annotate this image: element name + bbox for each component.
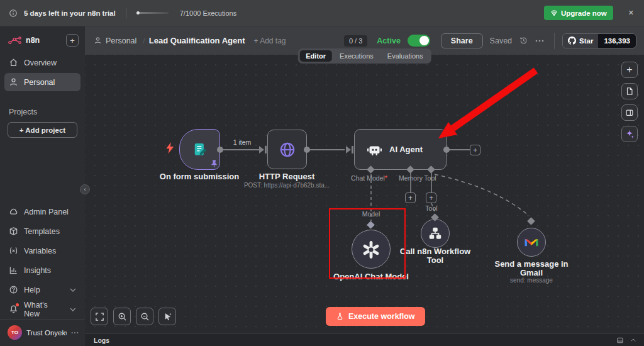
port-label-tool: Tool	[424, 174, 436, 182]
zoom-out-button[interactable]	[136, 308, 153, 325]
divider	[126, 8, 126, 18]
logs-label: Logs	[94, 337, 109, 344]
open-panel-icon[interactable]	[616, 337, 624, 344]
star-count: 136,393	[598, 34, 636, 48]
trigger-bolt-icon	[165, 142, 175, 154]
logs-panel-header[interactable]: Logs	[85, 333, 644, 346]
active-toggle[interactable]	[408, 35, 430, 47]
chevron-up-icon[interactable]	[630, 338, 636, 342]
node-openai-chat-model[interactable]	[352, 230, 391, 269]
divider	[554, 33, 555, 49]
node-http-request[interactable]	[267, 130, 307, 169]
brand-name: n8n	[26, 36, 62, 45]
execute-workflow-button[interactable]: Execute workflow	[326, 307, 425, 326]
chevron-down-icon	[70, 308, 76, 311]
info-icon	[9, 9, 18, 18]
connection-items-label: 1 item	[233, 138, 252, 146]
output-port[interactable]	[217, 147, 223, 153]
add-memory-button[interactable]: +	[405, 193, 416, 203]
sidebar-item-help[interactable]: Help	[4, 281, 80, 299]
workflow-title[interactable]: Lead Qualification Agent	[149, 36, 245, 45]
ai-assistant-button[interactable]	[621, 126, 638, 142]
chevron-down-icon	[70, 288, 76, 292]
close-icon[interactable]: ✕	[628, 9, 634, 17]
active-quota-badge: 0 / 3	[344, 35, 367, 47]
tab-executions[interactable]: Executions	[333, 50, 380, 62]
tab-editor[interactable]: Editor	[299, 50, 332, 62]
output-port[interactable]	[443, 147, 450, 153]
sidebar-item-personal[interactable]: Personal	[4, 73, 80, 91]
executions-count: 7/1000 Executions	[180, 9, 237, 17]
node-ai-agent[interactable]: AI Agent	[354, 129, 447, 170]
user-name: Trust Onyekwere	[26, 329, 67, 337]
openai-icon	[361, 239, 381, 259]
output-port[interactable]	[304, 147, 310, 153]
globe-icon	[277, 140, 297, 160]
trial-message: 5 days left in your n8n trial	[24, 9, 116, 17]
github-icon	[568, 36, 576, 45]
ellipsis-icon[interactable]	[71, 332, 79, 334]
projects-section-label: Projects	[9, 108, 76, 116]
node-subtitle: send: message	[510, 277, 553, 284]
pin-icon	[211, 160, 218, 168]
robot-icon	[366, 143, 383, 157]
add-tag-button[interactable]: + Add tag	[253, 36, 286, 45]
gem-icon	[550, 9, 558, 17]
node-label: Send a message inGmail	[494, 260, 568, 277]
workflow-canvas[interactable]: Editor Executions Evaluations	[85, 55, 644, 333]
node-on-form-submission[interactable]	[179, 129, 220, 170]
trial-banner: 5 days left in your n8n trial 7/1000 Exe…	[0, 0, 644, 26]
sidebar-item-admin-panel[interactable]: Admin Panel	[4, 203, 80, 221]
port-label-memory: Memory	[399, 174, 423, 182]
breadcrumb-separator: /	[143, 36, 145, 45]
toggle-panel-button[interactable]	[621, 104, 638, 121]
tab-evaluations[interactable]: Evaluations	[381, 50, 430, 62]
node-label: Call n8n WorkflowTool	[400, 247, 470, 265]
zoom-to-fit-button[interactable]	[91, 308, 108, 325]
n8n-logo-icon	[8, 36, 22, 45]
chart-icon	[9, 265, 18, 275]
node-title: AI Agent	[389, 145, 423, 154]
home-icon	[9, 58, 18, 67]
github-star-widget[interactable]: Star 136,393	[562, 33, 636, 48]
share-button[interactable]: Share	[441, 33, 483, 48]
view-tabs: Editor Executions Evaluations	[297, 48, 431, 64]
sidebar-item-insights[interactable]: Insights	[4, 261, 80, 279]
person-icon	[9, 77, 18, 87]
history-icon[interactable]	[519, 36, 528, 45]
upgrade-now-button[interactable]: Upgrade now	[544, 6, 613, 20]
executions-progress	[136, 11, 169, 14]
add-tool-button[interactable]: +	[426, 193, 436, 203]
variable-icon	[9, 246, 18, 255]
user-menu[interactable]: TO Trust Onyekwere	[0, 319, 85, 346]
required-asterisk: *	[385, 174, 387, 182]
sidebar-item-variables[interactable]: Variables	[4, 242, 80, 260]
more-options-icon[interactable]	[535, 40, 544, 42]
breadcrumb[interactable]: Personal /	[94, 36, 148, 45]
zoom-in-button[interactable]	[113, 308, 131, 325]
form-icon	[192, 142, 208, 158]
sidebar-item-whats-new[interactable]: What's New	[4, 300, 80, 318]
gmail-icon	[524, 237, 539, 248]
active-label: Active	[377, 36, 401, 45]
sticky-note-button[interactable]	[621, 83, 638, 99]
n8n-app: 5 days left in your n8n trial 7/1000 Exe…	[0, 0, 644, 346]
connection-wires	[85, 55, 644, 333]
node-call-n8n-workflow-tool[interactable]	[421, 219, 450, 248]
add-project-button[interactable]: + Add project	[8, 122, 77, 138]
node-label: OpenAI Chat Model	[333, 272, 409, 281]
node-send-message-gmail[interactable]	[517, 228, 546, 257]
add-node-button[interactable]: +	[621, 62, 638, 78]
add-node-after-agent-button[interactable]: +	[470, 145, 480, 155]
sidebar-item-templates[interactable]: Templates	[4, 222, 80, 240]
saved-status: Saved	[490, 36, 512, 45]
sidebar-collapse-handle[interactable]: ‹	[80, 184, 90, 194]
node-label: HTTP Request	[259, 172, 315, 181]
port-label-chat-model: Chat Model*	[351, 174, 387, 182]
sitemap-icon	[428, 226, 442, 240]
avatar: TO	[8, 325, 22, 340]
node-label: On form submission	[160, 172, 239, 181]
tidy-up-cursor-button[interactable]	[158, 308, 176, 325]
new-workflow-button[interactable]: +	[66, 34, 79, 47]
sidebar-item-overview[interactable]: Overview	[4, 53, 80, 72]
